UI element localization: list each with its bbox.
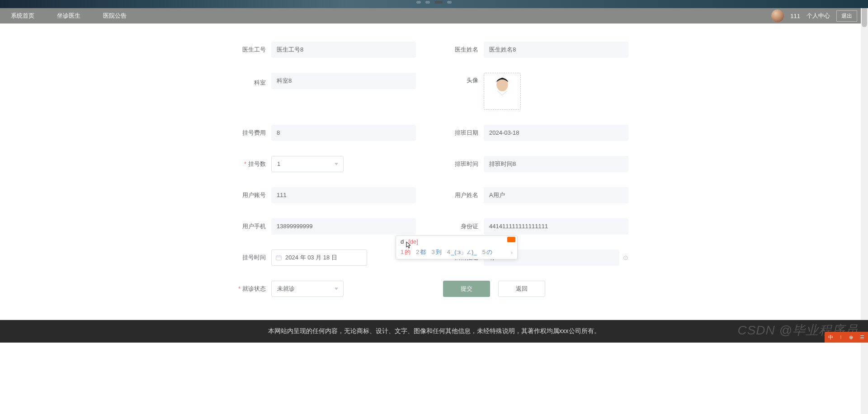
expand-icon[interactable]: ⊙ [623,254,628,261]
nav-announce[interactable]: 医院公告 [103,12,127,20]
svg-rect-3 [276,256,281,260]
footer-text: 本网站内呈现的任何内容，无论商标、设计、文字、图像和任何其他信息，未经特殊说明，… [268,327,600,334]
user-phone-input[interactable] [271,218,416,235]
user-name-input[interactable] [484,187,628,203]
back-button[interactable]: 返回 [498,281,545,297]
label-id-card: 身份证 [443,222,484,231]
ime-candidate[interactable]: 2都 [416,248,426,256]
ime-candidate[interactable]: 4_(:з」∠)_ [447,248,477,256]
label-doctor-id: 医生工号 [231,46,271,54]
label-visit-status: *就诊状态 [231,285,271,293]
reg-count-value[interactable] [271,156,344,172]
ime-logo-icon [507,237,515,242]
user-avatar[interactable] [771,9,784,22]
label-department: 科室 [231,75,271,87]
reg-time-input[interactable] [271,249,367,266]
nav-username[interactable]: 111 [790,13,800,19]
ime-tool-icon[interactable]: ⊕ [849,334,853,340]
nav-home[interactable]: 系统首页 [11,12,34,20]
nav-doctors[interactable]: 坐诊医生 [57,12,80,20]
carousel-dot[interactable] [416,1,421,4]
ime-candidate[interactable]: 5の [482,248,492,256]
department-input[interactable] [271,73,416,89]
label-doctor-name: 医生姓名 [443,46,484,54]
avatar-upload[interactable] [484,73,521,110]
banner-strip [0,0,868,8]
nav-user-center[interactable]: 个人中心 [807,12,830,20]
label-schedule-time: 排班时间 [443,160,484,168]
reg-fee-input[interactable] [271,125,416,141]
calendar-icon [276,255,282,261]
label-reg-fee: 挂号费用 [231,129,271,137]
carousel-dots[interactable] [416,1,452,4]
carousel-dot-active[interactable] [434,1,443,4]
submit-button[interactable]: 提交 [443,281,490,297]
label-schedule-date: 排班日期 [443,129,484,137]
visit-status-select[interactable] [271,281,344,297]
doctor-photo [484,73,520,109]
cursor-icon [406,241,412,249]
footer: 本网站内呈现的任何内容，无论商标、设计、文字、图像和任何其他信息，未经特殊说明，… [0,320,868,340]
ime-more-icon[interactable]: › [511,249,513,256]
carousel-dot[interactable] [447,1,452,4]
reg-count-select[interactable] [271,156,344,172]
label-reg-count: *挂号数 [231,160,271,168]
logout-button[interactable]: 退出 [836,10,857,22]
visit-status-value[interactable] [271,281,344,297]
ime-candidate[interactable]: 3到 [431,248,441,256]
carousel-dot[interactable] [425,1,430,4]
ime-lang-icon[interactable]: 中 [828,334,833,340]
taskbar-ime-widget[interactable]: 中 ⁝ ⊕ ☰ [825,332,868,340]
ime-candidate-popup[interactable]: d [de] 1的 2都 3到 4_(:з」∠)_ 5の › [396,235,518,259]
ime-settings-icon[interactable]: ☰ [860,334,864,340]
navbar: 系统首页 坐诊医生 医院公告 111 个人中心 退出 [0,8,868,24]
schedule-time-input[interactable] [484,156,628,172]
doctor-name-input[interactable] [484,42,628,58]
label-avatar: 头像 [443,73,484,85]
user-account-input[interactable] [271,187,416,203]
doctor-id-input[interactable] [271,42,416,58]
label-reg-time: 挂号时间 [231,254,271,262]
ime-menu-icon[interactable]: ⁝ [840,334,842,340]
ime-typed: d [401,238,404,245]
label-user-account: 用户账号 [231,191,271,199]
label-user-phone: 用户手机 [231,222,271,231]
schedule-date-input[interactable] [484,125,628,141]
id-card-input[interactable] [484,218,628,235]
label-user-name: 用户姓名 [443,191,484,199]
